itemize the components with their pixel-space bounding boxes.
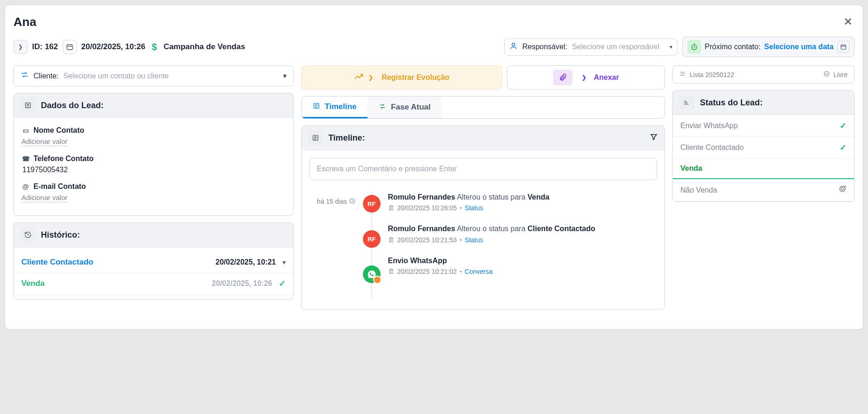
steps-icon [679,95,694,110]
person-icon [509,42,518,52]
nome-label: Nome Contato [33,126,84,135]
close-icon[interactable]: ✕ [842,13,855,30]
tab-timeline-label: Timeline [325,102,357,111]
registrar-button[interactable]: ❯ Registrar Evolução [301,65,502,90]
proximo-contato[interactable]: Próximo contato: Selecione uma data [682,37,855,57]
list-name: Lista 20250122 [690,71,734,78]
nome-value[interactable]: Adicionar valor [21,137,67,146]
subheader: ❯ ID: 162 20/02/2025, 10:26 $ Campanha d… [13,37,855,57]
dados-title: Dados do Lead: [41,101,104,110]
status-title: Status do Lead: [700,98,763,108]
timeline-item: Romulo Fernandes Alterou o status para V… [388,192,658,212]
list-icon [308,130,323,145]
responsavel-placeholder: Selecione um responsável [572,43,659,51]
tel-value: 11975005432 [21,166,286,174]
tab-timeline[interactable]: Timeline [302,97,368,118]
expand-button[interactable]: ❯ [13,40,27,54]
campaign-name: Campanha de Vendas [164,42,245,52]
responsavel-select[interactable]: Responsável: Selecione um responsável ▾ [504,39,677,56]
timeline-tag[interactable]: Conversa [465,268,493,275]
chevron-down-icon: ▾ [670,44,672,50]
phone-icon: ☎ [21,155,30,162]
target-icon [838,185,847,195]
list-icon [313,102,320,111]
avatar: RF [363,230,381,248]
check-icon: ✓ [840,121,847,131]
tab-fase-label: Fase Atual [391,103,430,112]
dollar-icon: $ [152,42,157,52]
svg-point-9 [840,186,845,192]
paperclip-icon [553,70,572,85]
comment-input[interactable]: Escreva um Comentário e pressione Enter [309,158,658,180]
lead-datetime: 20/02/2025, 10:26 [81,42,145,52]
history-icon [20,227,35,242]
tab-fase[interactable]: Fase Atual [368,97,441,118]
calendar-icon[interactable] [837,41,849,53]
swap-icon [20,71,29,81]
filter-icon[interactable] [650,133,658,143]
cliente-select[interactable]: Cliente: Selecione um contato ou cliente… [13,65,294,86]
timeline-tag[interactable]: Status [465,236,483,244]
history-title: Venda [21,279,45,288]
timeline-ts: 20/02/2025 10:21:02 [397,268,457,275]
history-title: Cliente Contactado [21,258,93,267]
history-row[interactable]: Venda 20/02/2025, 10:26 ✓ [14,273,293,295]
avatar: RF [363,195,381,213]
check-circle-icon [823,71,830,78]
email-value[interactable]: Adicionar valor [21,194,67,202]
status-row[interactable]: Não Venda [673,179,854,201]
trend-up-icon [354,71,364,84]
stopwatch-icon [687,40,701,54]
list-icon [20,98,35,113]
svg-rect-3 [841,45,846,49]
history-date: 20/02/2025, 10:21 [216,258,276,266]
email-label: E-mail Contato [33,182,86,191]
status-label: Não Venda [680,186,717,194]
timeline-ts: 20/02/2025 10:21:53 [397,236,457,244]
timeline-panel: Timeline: Escreva um Comentário e pressi… [301,125,665,310]
list-icon [679,71,686,78]
calendar-icon: 🗓 [388,236,395,244]
proximo-link[interactable]: Selecione uma data [764,43,834,51]
list-bar[interactable]: Lista 20250122 Livre [672,65,855,84]
registrar-label: Registrar Evolução [381,73,449,82]
svg-point-10 [841,188,844,190]
status-row[interactable]: Venda [673,159,854,179]
proximo-label: Próximo contato: [705,43,761,51]
status-row[interactable]: Enviar WhatsApp ✓ [673,115,854,137]
calendar-icon: 🗓 [388,268,395,275]
status-panel: Status do Lead: Enviar WhatsApp ✓ Client… [672,90,855,202]
historico-title: Histórico: [41,230,80,240]
list-state: Livre [834,71,848,78]
responsavel-label: Responsável: [522,43,567,51]
chevron-right-icon: ❯ [368,74,373,81]
timeline-item: Envio WhatsApp 🗓 20/02/2025 10:21:02 • C… [388,256,658,275]
chevron-down-icon: ▾ [283,71,287,80]
chevron-down-icon: ▾ [283,259,286,266]
anexar-button[interactable]: ❯ Anexar [507,65,665,90]
history-date: 20/02/2025, 10:26 [212,279,272,288]
timeline-tag[interactable]: Status [465,204,483,212]
clock-icon [349,198,355,206]
svg-rect-0 [67,45,72,50]
card-icon: ▭ [21,127,30,134]
timeline-ts: 20/02/2025 10:26:05 [397,204,457,212]
timeline-title: Timeline: [329,133,650,143]
calendar-icon[interactable] [63,40,77,54]
lead-id: ID: 162 [32,42,58,52]
history-row[interactable]: Cliente Contactado 20/02/2025, 10:21 ▾ [14,252,293,273]
cliente-label: Cliente: [33,72,59,80]
check-icon: ✓ [840,142,847,153]
tabs: Timeline Fase Atual [301,96,665,119]
tel-label: Telefone Contato [33,155,93,163]
status-label: Cliente Contactado [680,143,743,152]
status-label: Enviar WhatsApp [680,122,738,130]
svg-point-1 [512,43,515,46]
chevron-right-icon: ❯ [582,74,586,81]
at-icon: @ [21,183,30,190]
timeline-relative-time: há 15 dias [309,192,355,298]
swap-icon [379,103,386,112]
header: Ana ✕ [13,13,855,30]
dados-panel: Dados do Lead: ▭Nome Contato Adicionar v… [13,93,294,216]
status-row[interactable]: Cliente Contactado ✓ [673,137,854,159]
